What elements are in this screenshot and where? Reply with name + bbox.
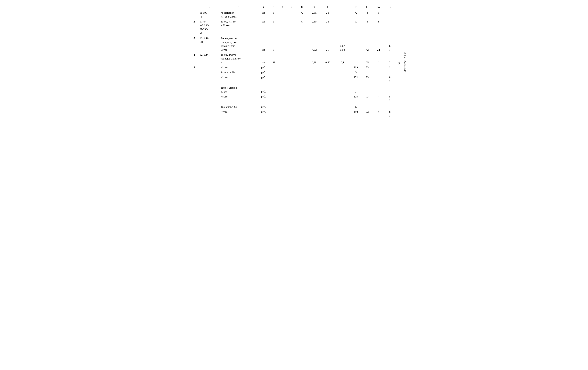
table-row: Тара и упаков-ка 2% руб. 3 (193, 85, 395, 94)
row-col13: 73 (362, 110, 373, 118)
row-col6 (278, 52, 287, 65)
table-row: ІІ-390--І го действияРТ-25 ø 25мм шт І 7… (193, 10, 395, 19)
row-col5 (269, 75, 278, 84)
row-col8 (296, 75, 307, 84)
row-col8: 97 (296, 19, 307, 36)
header-col11: II (335, 4, 350, 10)
row-col8 (296, 104, 307, 110)
row-col7 (287, 36, 296, 52)
row-col9: 2,55 (307, 10, 321, 19)
row-col10 (321, 85, 335, 94)
row-col11 (335, 94, 350, 103)
row-col11: 0,670,08 (335, 36, 350, 52)
table-row: Итого: руб. I72 73 4 8I (193, 75, 395, 84)
header-col1: I (193, 4, 200, 10)
row-col6 (278, 10, 287, 19)
row-col12: – (350, 52, 361, 65)
row-col6 (278, 75, 287, 84)
row-desc: Итого: (220, 65, 258, 70)
row-col13: 73 (362, 75, 373, 84)
row-col14: 24 (373, 36, 384, 52)
spacer-row (193, 103, 395, 104)
row-col8: 72 (296, 10, 307, 19)
row-col6 (278, 65, 287, 70)
header-col8: 8 (296, 4, 307, 10)
row-col9 (307, 104, 321, 110)
header-col6: 6 (278, 4, 287, 10)
row-num: 5 (193, 65, 200, 70)
row-num (193, 10, 200, 19)
row-col5: І (269, 10, 278, 19)
row-col5 (269, 85, 278, 94)
header-row: I 2 3 4 5 6 7 8 9 IO II I2 I3 I4 I5 (193, 4, 395, 10)
row-num (193, 75, 200, 84)
row-col10 (321, 110, 335, 118)
row-col13: 73 (362, 94, 373, 103)
row-desc: Итого: (220, 110, 258, 118)
row-col5 (269, 104, 278, 110)
row-col9: 4,62 (307, 36, 321, 52)
header-col13: I3 (362, 4, 373, 10)
row-code: ІІ-390--І (200, 10, 220, 19)
row-col6 (278, 104, 287, 110)
row-unit: шт (258, 19, 269, 36)
row-code: I7-04п5-0484II-390--I (200, 19, 220, 36)
row-col12: 97 (350, 19, 361, 36)
row-col11 (335, 75, 350, 84)
row-col15: – (384, 10, 395, 19)
row-col9 (307, 110, 321, 118)
row-col10 (321, 104, 335, 110)
table-row: 4 I2-699-I То же, для ус-тановки маномет… (193, 52, 395, 65)
row-num (193, 85, 200, 94)
row-col13 (362, 85, 373, 94)
row-col12: 72 (350, 10, 361, 19)
row-col14: 4 (373, 94, 384, 103)
header-col3: 3 (220, 4, 258, 10)
row-col8 (296, 65, 307, 70)
row-col7 (287, 75, 296, 84)
row-desc: То же, для ус-тановки маномет-ра (220, 52, 258, 65)
row-code (200, 75, 220, 84)
row-code (200, 110, 220, 118)
row-col7 (287, 65, 296, 70)
row-col7 (287, 110, 296, 118)
row-col5: 9 (269, 36, 278, 52)
row-col14: 4 (373, 65, 384, 70)
row-col14 (373, 104, 384, 110)
row-col5 (269, 70, 278, 75)
row-col13: 25 (362, 52, 373, 65)
row-col12: 3 (350, 70, 361, 75)
row-col8: – (296, 36, 307, 52)
table-row: 5 Итого: руб. I69 73 4 I (193, 65, 395, 70)
row-col13: 3 (362, 10, 373, 19)
row-col15: 2 (384, 52, 395, 65)
row-desc: Итого: (220, 94, 258, 103)
row-col10: 2,5 (321, 19, 335, 36)
row-col10 (321, 75, 335, 84)
row-col9: I,I9 (307, 52, 321, 65)
row-unit: шт (258, 52, 269, 65)
row-code (200, 70, 220, 75)
row-col10: 0,52 (321, 52, 335, 65)
row-col11 (335, 65, 350, 70)
row-col14: 4 (373, 75, 384, 84)
row-col6 (278, 110, 287, 118)
row-unit: руб. (258, 104, 269, 110)
row-col12: 5 (350, 104, 361, 110)
page-wrapper: 503-2-14.86 /ПЛ/ 97 - I 2 3 4 5 6 7 8 (193, 4, 395, 118)
row-col14: 3 (373, 10, 384, 19)
row-col7 (287, 94, 296, 103)
row-col7 (287, 19, 296, 36)
row-desc: То же, РТ-50ø 50 мм (220, 19, 258, 36)
row-num (193, 110, 200, 118)
row-col15: 8I (384, 94, 395, 103)
row-col6 (278, 94, 287, 103)
row-col15: I (384, 65, 395, 70)
row-num (193, 70, 200, 75)
row-col13: 3 (362, 19, 373, 36)
row-col9: 2,55 (307, 19, 321, 36)
table-row: 2 I7-04п5-0484II-390--I То же, РТ-50ø 50… (193, 19, 395, 36)
side-label-text: 503-2-14.86 /ПЛ/ (404, 52, 407, 72)
header-col9: 9 (307, 4, 321, 10)
row-col10 (321, 94, 335, 103)
